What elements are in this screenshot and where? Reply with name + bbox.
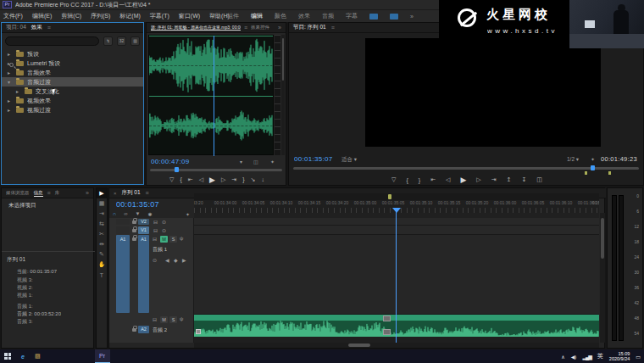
step-forward-button[interactable]: ▷ — [221, 176, 225, 183]
insert-button[interactable]: ↘ — [251, 176, 256, 183]
workspace-extra-icon[interactable] — [369, 14, 378, 20]
search-input[interactable] — [5, 36, 99, 46]
twirl-icon[interactable]: ▸ — [8, 70, 13, 75]
ime-indicator[interactable]: 英 — [597, 352, 603, 360]
tool-track-select[interactable]: ▦ — [97, 198, 107, 209]
sync-lock-icon[interactable]: ⊟ — [153, 227, 158, 233]
twirl-icon[interactable]: ▸ — [8, 98, 13, 103]
timeline-wrench-icon[interactable]: ✦ — [186, 211, 190, 217]
keyframe-add-icon[interactable]: ◆ — [174, 257, 178, 263]
source-drag-av-icon[interactable]: ◫ — [253, 159, 258, 165]
tool-pen[interactable]: ✎ — [97, 249, 107, 260]
transition-badge-in[interactable] — [383, 329, 391, 335]
workspace-titles[interactable]: 字幕 — [346, 12, 358, 20]
export-frame-button[interactable]: ◫ — [536, 176, 542, 183]
sequence-marker[interactable] — [388, 194, 391, 199]
filter-accelerated-icon[interactable]: ↯ — [103, 36, 113, 46]
a1-source-patch[interactable]: A1 — [116, 235, 130, 313]
track-v1-content[interactable] — [194, 226, 599, 235]
program-settings-wrench-icon[interactable]: ✦ — [591, 156, 595, 162]
transition-badge-out[interactable] — [383, 316, 391, 321]
tab-effects[interactable]: 效果 — [31, 24, 42, 31]
tool-hand[interactable]: ✋ — [97, 260, 107, 270]
extract-button[interactable]: ↧ — [521, 176, 526, 183]
overwrite-button[interactable]: ↓ — [261, 176, 264, 182]
play-button[interactable]: ▶ — [209, 176, 215, 184]
step-back-button[interactable]: ◁ — [446, 176, 450, 183]
tab-source[interactable]: 源: 序列 01: 周笔畅 - 原来你也在这里.mp3: 00:00:00:00 — [151, 25, 241, 31]
eye-icon[interactable]: ⊙ — [162, 227, 166, 233]
volume-icon[interactable]: ◀) — [571, 354, 577, 360]
tab-overflow-icon[interactable]: » — [86, 190, 89, 196]
program-scrub-bar[interactable] — [293, 167, 639, 170]
snap-icon[interactable]: ∩ — [113, 211, 116, 217]
tree-item-audio-transitions[interactable]: ▾ 音频过渡 — [2, 77, 143, 87]
step-back-button[interactable]: ◁ — [199, 176, 203, 183]
scrollbar-thumb[interactable] — [348, 343, 370, 347]
lock-icon[interactable] — [132, 229, 136, 232]
lock-icon[interactable] — [132, 328, 136, 332]
sync-lock-icon[interactable]: ⊟ — [153, 219, 158, 225]
step-forward-button[interactable]: ▷ — [476, 176, 480, 183]
source-scrub-bar[interactable] — [150, 169, 282, 171]
vertical-scrollbar[interactable] — [600, 213, 605, 343]
tab-project[interactable]: 项目: 04 — [6, 24, 26, 31]
menu-window[interactable]: 窗口(W) — [179, 12, 200, 20]
close-icon[interactable]: × — [114, 191, 117, 196]
mark-in-button[interactable]: { — [406, 177, 408, 183]
eye-icon[interactable]: ⊙ — [162, 219, 166, 225]
v1-source-patch[interactable] — [116, 226, 130, 234]
menu-markers[interactable]: 标记(M) — [119, 12, 141, 20]
meter-badge-icon[interactable]: ⊟ — [153, 316, 157, 322]
track-v2-toggle[interactable]: V2 — [138, 219, 149, 225]
go-to-in-button[interactable]: ⇤ — [188, 176, 193, 183]
taskbar-edge-icon[interactable]: e — [21, 354, 25, 360]
timeline-timecode[interactable]: 00:01:35:07 — [116, 200, 159, 209]
timeline-settings-icon[interactable]: ✱ — [148, 211, 153, 217]
timeline-playhead[interactable] — [396, 208, 397, 343]
go-to-in-button[interactable]: ⇤ — [430, 176, 436, 183]
audio-clip-music[interactable] — [194, 315, 599, 337]
panel-menu-icon[interactable]: ≡ — [244, 25, 247, 31]
tab-sequence-01[interactable]: 序列 01 — [122, 189, 141, 197]
add-marker-button[interactable]: ▽ — [391, 176, 396, 183]
taskbar-premiere-icon[interactable]: Pr — [95, 349, 110, 363]
voiceover-mic-icon[interactable]: ψ — [180, 316, 183, 321]
add-marker-button[interactable]: ▽ — [169, 176, 174, 183]
a2-track-name[interactable]: 音频 2 — [153, 327, 167, 334]
program-video-frame[interactable] — [365, 38, 601, 147]
track-v1-toggle[interactable]: V1 — [138, 226, 149, 234]
horizontal-scrollbar[interactable] — [194, 343, 599, 348]
mark-in-button[interactable]: { — [180, 176, 181, 182]
tray-chevron-icon[interactable]: ∧ — [561, 354, 564, 360]
a1-mute-button[interactable]: M — [160, 236, 168, 243]
workspace-effects[interactable]: 效果 — [298, 12, 310, 20]
tree-item-audio-effects[interactable]: ▸ 音频效果 — [2, 68, 143, 77]
tool-slip[interactable]: ⇹ — [97, 239, 107, 249]
panel-menu-icon[interactable]: ≡ — [47, 25, 51, 31]
tab-overflow-icon[interactable]: » — [278, 25, 281, 31]
source-waveform-display[interactable] — [148, 35, 274, 155]
panel-menu-icon[interactable]: ≡ — [146, 190, 149, 196]
menu-edit[interactable]: 编辑(E) — [32, 12, 52, 20]
source-timecode[interactable]: 00:00:47:09 — [151, 158, 190, 165]
menu-clip[interactable]: 剪辑(C) — [61, 12, 81, 20]
linked-selection-icon[interactable]: ∞ — [124, 211, 127, 217]
keyframe-next-icon[interactable]: ▶ — [182, 257, 186, 263]
tree-item-presets[interactable]: ▸ 预设 — [2, 49, 143, 59]
lock-icon[interactable] — [132, 221, 136, 224]
program-timecode[interactable]: 00:01:35:07 — [294, 155, 333, 163]
source-settings-wrench-icon[interactable]: ✦ — [270, 159, 275, 165]
workspace-editing[interactable]: 编辑 — [251, 12, 263, 20]
twirl-icon[interactable]: ▾ — [8, 79, 13, 85]
program-resolution-select[interactable]: 1/2 ▾ — [567, 156, 579, 163]
source-playhead[interactable] — [214, 36, 214, 156]
twirl-icon[interactable]: ▸ — [8, 107, 13, 113]
tree-item-video-effects[interactable]: ▸ 视频效果 — [2, 96, 143, 105]
workspace-extra-icon2[interactable] — [390, 14, 398, 20]
program-scrub-playhead[interactable] — [591, 165, 595, 170]
track-v2-content[interactable] — [194, 218, 599, 226]
tool-selection[interactable]: ▶ — [97, 188, 107, 198]
network-icon[interactable]: ▂▄▆ — [582, 354, 591, 360]
menu-sequence[interactable]: 序列(S) — [91, 12, 110, 20]
